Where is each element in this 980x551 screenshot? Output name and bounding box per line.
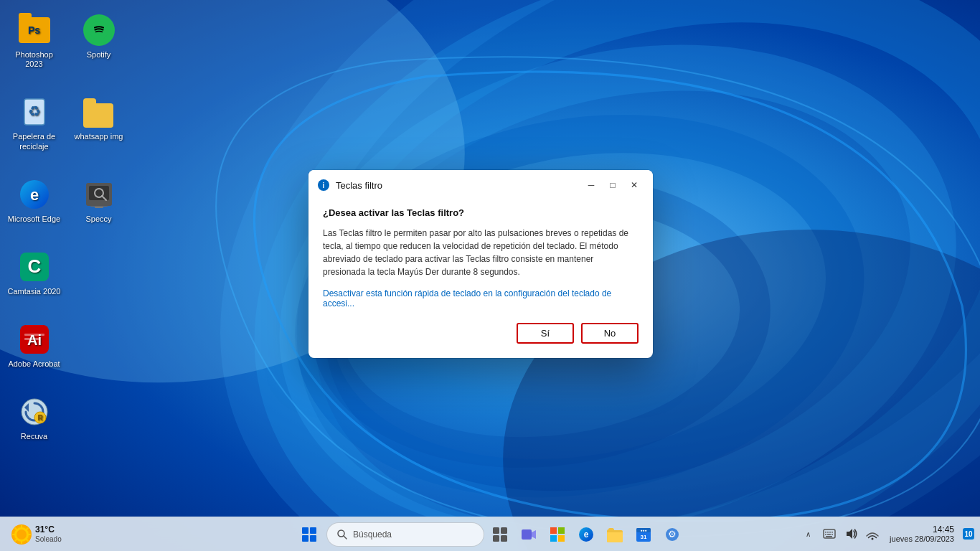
svg-text:e: e <box>584 529 589 540</box>
search-placeholder: Búsqueda <box>353 529 392 540</box>
weather-widget[interactable]: 31°C Soleado <box>6 522 67 547</box>
clock-time: 14:45 <box>933 524 954 534</box>
svg-point-32 <box>17 529 27 540</box>
tray-expand-button[interactable]: ∧ <box>799 525 816 542</box>
system-clock[interactable]: 14:45 jueves 28/09/2023 <box>885 524 958 545</box>
svg-rect-45 <box>493 535 499 542</box>
settings-button[interactable]: ⚙ <box>659 522 685 547</box>
svg-rect-50 <box>558 527 565 534</box>
svg-rect-65 <box>831 532 833 533</box>
svg-text:⚙: ⚙ <box>668 529 677 540</box>
meet-button[interactable] <box>516 522 542 547</box>
keyboard-tray-icon[interactable] <box>821 525 838 542</box>
dialog-title: Teclas filtro <box>336 180 575 191</box>
svg-text:31: 31 <box>641 534 647 540</box>
svg-text:●●●: ●●● <box>640 528 646 532</box>
calendar-button[interactable]: ●●● 31 <box>631 522 656 547</box>
svg-rect-46 <box>501 535 507 542</box>
svg-marker-70 <box>847 529 852 539</box>
svg-rect-67 <box>827 534 831 535</box>
svg-rect-69 <box>826 536 832 537</box>
start-button[interactable] <box>295 520 324 549</box>
dialog-title-icon: i <box>317 179 330 192</box>
task-view-button[interactable] <box>487 522 513 547</box>
svg-text:i: i <box>323 182 325 189</box>
dialog-no-button[interactable]: No <box>581 323 639 344</box>
svg-line-37 <box>15 527 17 529</box>
taskbar-right: ∧ <box>799 524 974 545</box>
svg-rect-63 <box>827 532 829 533</box>
dialog-close-button[interactable]: ✕ <box>624 177 644 193</box>
dialog-maximize-button[interactable]: □ <box>603 177 623 193</box>
svg-rect-47 <box>522 529 532 540</box>
taskbar-center: Búsqueda <box>295 520 685 549</box>
search-icon <box>337 529 347 540</box>
store-button[interactable] <box>545 522 570 547</box>
dialog-buttons: Sí No <box>323 323 639 344</box>
svg-rect-51 <box>550 535 557 542</box>
dialog-minimize-button[interactable]: ─ <box>581 177 601 193</box>
dialog-overlay: i Teclas filtro ─ □ ✕ ¿Desea activar las… <box>0 0 980 551</box>
svg-rect-62 <box>825 532 826 533</box>
dialog-description: Las Teclas filtro le permiten pasar por … <box>323 227 639 278</box>
svg-line-42 <box>344 536 347 539</box>
dialog-window-controls: ─ □ ✕ <box>581 177 644 193</box>
taskbar-left: 31°C Soleado <box>6 522 67 547</box>
weather-icon <box>11 524 32 545</box>
weather-info: 31°C Soleado <box>35 525 62 542</box>
svg-marker-48 <box>532 530 536 539</box>
edge-taskbar-button[interactable]: e <box>573 522 599 547</box>
svg-point-71 <box>872 538 874 540</box>
dialog-settings-link[interactable]: Desactivar esta función rápida de teclad… <box>323 288 639 309</box>
svg-line-38 <box>27 539 29 541</box>
explorer-button[interactable] <box>602 522 628 547</box>
network-tray-icon[interactable] <box>864 525 881 542</box>
windows-logo-icon <box>302 527 316 542</box>
svg-line-40 <box>15 539 17 541</box>
dialog-question: ¿Desea activar las Teclas filtro? <box>323 207 639 218</box>
svg-rect-49 <box>550 527 557 534</box>
svg-rect-64 <box>829 532 831 533</box>
svg-rect-44 <box>501 527 507 534</box>
svg-rect-68 <box>831 534 833 535</box>
svg-rect-52 <box>558 535 565 542</box>
dialog-yes-button[interactable]: Sí <box>517 323 574 344</box>
filter-keys-dialog: i Teclas filtro ─ □ ✕ ¿Desea activar las… <box>308 170 653 358</box>
weather-temp: 31°C <box>35 525 62 534</box>
svg-rect-43 <box>493 527 499 534</box>
svg-line-39 <box>27 527 29 529</box>
dialog-titlebar: i Teclas filtro ─ □ ✕ <box>308 170 653 199</box>
taskbar-search[interactable]: Búsqueda <box>326 522 484 547</box>
weather-desc: Soleado <box>35 535 62 543</box>
notification-badge[interactable]: 10 <box>963 528 974 540</box>
taskbar: 31°C Soleado Búsqueda <box>0 517 980 551</box>
dialog-content: ¿Desea activar las Teclas filtro? Las Te… <box>308 199 653 358</box>
volume-tray-icon[interactable] <box>842 525 859 542</box>
svg-rect-66 <box>825 534 826 535</box>
clock-date: jueves 28/09/2023 <box>890 534 954 544</box>
